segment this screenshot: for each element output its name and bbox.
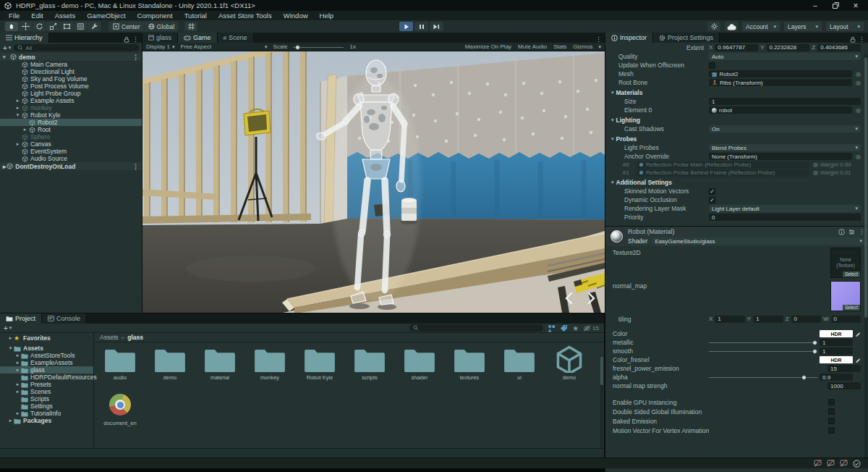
console-info-muted-icon[interactable] — [814, 460, 822, 467]
quality-dropdown[interactable]: Auto▾ — [709, 53, 861, 60]
project-tree-item[interactable]: AssetStoreTools — [0, 352, 93, 359]
project-tree-item[interactable]: Settings — [0, 403, 93, 410]
normal-map-slot[interactable]: Select — [830, 281, 861, 311]
hierarchy-item[interactable]: Audio Source — [0, 155, 142, 162]
twisty-icon[interactable] — [22, 127, 28, 132]
folder-tile[interactable]: audio — [97, 345, 143, 381]
extent-z-field[interactable]: 0.4043686 — [817, 44, 861, 51]
twisty-icon[interactable] — [14, 98, 21, 104]
project-tree-item[interactable]: HDRPDefaultResources — [0, 374, 93, 381]
lock-icon[interactable] — [850, 36, 856, 43]
breadcrumb-assets[interactable]: Assets — [100, 334, 119, 341]
lock-icon[interactable] — [124, 36, 129, 43]
document-asset-tile[interactable]: document_en — [97, 391, 143, 426]
cast-shadows-dropdown[interactable]: On▾ — [709, 125, 861, 132]
kebab-menu-icon[interactable]: ⋮ — [595, 35, 602, 43]
metallic-slider[interactable] — [709, 339, 817, 346]
create-asset-button[interactable]: +▾ — [4, 324, 12, 332]
color-space-icon[interactable] — [707, 22, 720, 31]
update-offscreen-checkbox[interactable] — [709, 62, 715, 69]
minimize-button[interactable]: – — [807, 1, 823, 10]
twisty-icon[interactable] — [14, 353, 21, 358]
material-preview[interactable] — [608, 228, 624, 244]
menu-item[interactable]: Edit — [25, 12, 48, 20]
kebab-menu-icon[interactable]: ⋮ — [859, 35, 865, 43]
twisty-icon[interactable] — [14, 105, 21, 111]
tab-hierarchy[interactable]: Hierarchy — [0, 33, 49, 43]
account-dropdown[interactable]: Account▾ — [742, 22, 780, 31]
scale-tool-button[interactable] — [46, 22, 59, 31]
hierarchy-item[interactable]: Example Assets — [0, 97, 142, 104]
root-bone-field[interactable]: Ribs (Transform) — [709, 79, 852, 86]
project-tree-item[interactable]: Packages — [0, 417, 93, 424]
project-tree-item[interactable]: glass — [0, 366, 93, 374]
twisty-icon[interactable] — [7, 418, 14, 423]
prev-arrow-button[interactable] — [561, 290, 576, 306]
pause-button[interactable] — [414, 22, 428, 31]
twisty-icon[interactable] — [14, 141, 21, 147]
tiling-z-field[interactable]: 0 — [791, 316, 821, 323]
view-tool-button[interactable] — [5, 22, 18, 31]
cloud-icon[interactable] — [725, 22, 738, 31]
tab-console[interactable]: Console — [42, 313, 87, 324]
transform-tool-button[interactable] — [74, 22, 87, 31]
twisty-icon[interactable] — [14, 360, 21, 366]
double-sided-gi-checkbox[interactable] — [828, 408, 835, 415]
tab-project[interactable]: Project — [0, 313, 42, 324]
smooth-slider[interactable] — [709, 347, 817, 355]
select-button[interactable]: Select — [843, 271, 860, 277]
project-tree-item[interactable]: Assets — [0, 345, 93, 352]
move-tool-button[interactable] — [19, 22, 32, 31]
game-toolbar-button[interactable]: Maximize On Play — [465, 43, 511, 50]
object-picker-icon[interactable]: ◎ — [856, 80, 861, 86]
object-picker-icon[interactable]: ◎ — [856, 153, 861, 160]
inspector-scrollbar[interactable] — [864, 54, 867, 458]
hierarchy-item[interactable]: Root — [0, 126, 142, 133]
gizmos-caret-icon[interactable]: ▾ — [598, 44, 601, 50]
menu-item[interactable]: Assets — [49, 12, 82, 20]
fresnel-color-swatch[interactable]: HDR — [820, 356, 853, 363]
hierarchy-item[interactable]: Main Camera — [0, 61, 142, 68]
project-tree-item[interactable]: Scripts — [0, 395, 93, 403]
folder-tile[interactable]: textures — [446, 345, 493, 381]
play-button[interactable] — [399, 22, 413, 31]
favorites-item[interactable]: ▸ ★ Favorites — [0, 334, 93, 342]
hierarchy-item[interactable]: Light Probe Group — [0, 90, 142, 97]
probes-foldout[interactable]: ▾Probes — [605, 135, 868, 143]
hierarchy-item[interactable]: Post Process Volume — [0, 83, 142, 90]
folder-tile[interactable]: demo — [147, 345, 193, 381]
scene-header-row[interactable]: demo ⋮ — [0, 53, 142, 61]
step-button[interactable] — [430, 22, 443, 31]
kebab-menu-icon[interactable]: ⋮ — [132, 54, 139, 61]
gpu-instancing-checkbox[interactable] — [828, 399, 835, 405]
twisty-icon[interactable] — [14, 410, 21, 416]
alpha-value-field[interactable]: 0.9 — [820, 374, 853, 381]
hierarchy-item[interactable]: Sky and Fog Volume — [0, 75, 142, 83]
breadcrumb-current[interactable]: glass — [127, 334, 143, 341]
color-swatch[interactable]: HDR — [820, 330, 853, 337]
metallic-value-field[interactable]: 1 — [820, 339, 853, 346]
game-toolbar-button[interactable]: Gizmos — [573, 43, 592, 50]
element0-field[interactable]: robot — [709, 106, 852, 114]
eyedropper-icon[interactable] — [855, 357, 861, 363]
folder-tile[interactable]: scripts — [346, 345, 393, 381]
lighting-foldout[interactable]: ▾Lighting — [605, 116, 868, 125]
materials-foldout[interactable]: ▾Materials — [605, 88, 868, 97]
hierarchy-item[interactable]: Directional Light — [0, 68, 142, 75]
extent-y-field[interactable]: 0.2232828 — [767, 44, 810, 51]
layout-dropdown[interactable]: Layout▾ — [826, 22, 864, 31]
folder-tile[interactable]: material — [197, 345, 243, 381]
layers-dropdown[interactable]: Layers▾ — [784, 22, 822, 31]
shader-dropdown[interactable]: EasyGameStudio/glass▾ — [652, 237, 865, 245]
hidden-items-count[interactable]: 15 — [583, 325, 599, 332]
alpha-slider[interactable] — [709, 374, 817, 381]
rendering-layer-mask-dropdown[interactable]: Light Layer default▾ — [709, 205, 861, 212]
twisty-icon[interactable] — [14, 112, 21, 118]
game-toolbar-button[interactable]: Mute Audio — [518, 43, 547, 50]
next-arrow-button[interactable] — [584, 290, 600, 306]
close-button[interactable]: × — [848, 1, 864, 10]
kebab-menu-icon[interactable]: ⋮ — [132, 35, 139, 43]
light-probes-dropdown[interactable]: Blend Probes▾ — [709, 144, 861, 151]
tab-project-settings[interactable]: Project Settings — [653, 33, 720, 43]
mesh-field[interactable]: ▦Robot2 — [709, 70, 852, 77]
